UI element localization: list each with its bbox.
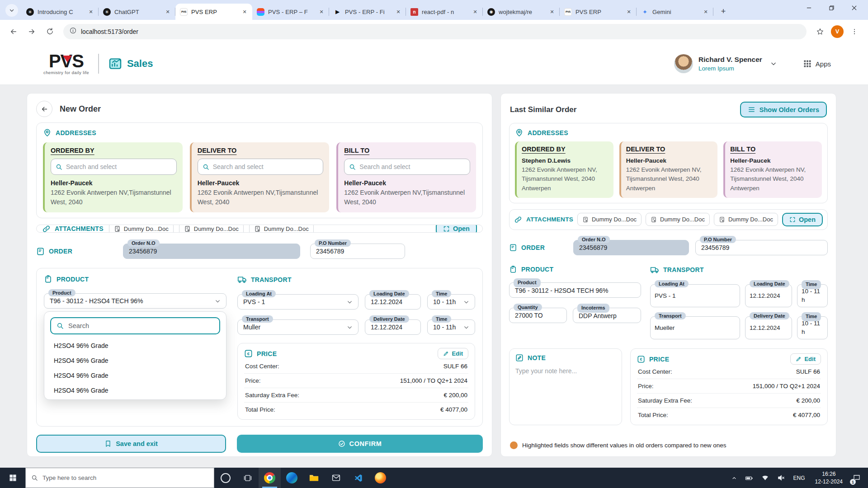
browser-tab[interactable]: wojtekmaj/re [483, 4, 560, 20]
loading-at-select[interactable]: Loading AtPVS - 1 [237, 294, 359, 310]
loading-date-field[interactable]: Loading Date12.12.2024 [365, 294, 421, 310]
browser-tab[interactable]: PVS - ERP - Fi [329, 4, 406, 20]
delivery-time-field[interactable]: Time10 - 11 h [797, 316, 828, 339]
task-view-button[interactable] [236, 468, 259, 488]
taskbar-search-input[interactable] [42, 474, 208, 481]
product-field[interactable]: Product T96 - 30112 - H2SO4 TECH 96% [509, 282, 641, 298]
volume-muted-icon[interactable] [773, 468, 789, 488]
tray-chevron-up-icon[interactable] [727, 468, 741, 488]
loading-at-field[interactable]: Loading AtPVS - 1 [650, 284, 740, 307]
tab-close-icon[interactable] [87, 8, 95, 16]
browser-tab[interactable]: PVS ERP [560, 4, 637, 20]
delivery-time-select[interactable]: Time10 - 11h [427, 319, 475, 335]
product-option[interactable]: H2SO4 96% Grade [50, 342, 220, 349]
transport-select[interactable]: TransportMuller [237, 319, 359, 335]
start-button[interactable] [0, 468, 25, 488]
user-link[interactable]: Lorem Ipsum [698, 65, 762, 72]
mail-button[interactable] [325, 468, 347, 488]
apps-button[interactable]: Apps [803, 59, 831, 68]
quantity-field[interactable]: Quantity27000 TO [509, 308, 567, 323]
browser-tab-active[interactable]: PVS ERP [175, 4, 252, 20]
search-input[interactable] [213, 163, 319, 170]
delivery-date-field[interactable]: Delivery Date12.12.2024 [365, 319, 421, 335]
save-and-exit-button[interactable]: Save and exit [36, 435, 226, 453]
po-number-field[interactable]: P.O Number 23456789 [695, 240, 828, 255]
product-option[interactable]: H2SO4 96% Grade [50, 357, 220, 364]
attachment-chip[interactable]: Dummy Do...Doc [179, 225, 244, 233]
open-attachments-button[interactable]: Open [782, 213, 823, 226]
order-number-field[interactable]: Order N.O 23456879 [573, 240, 689, 255]
vscode-button[interactable] [347, 468, 369, 488]
language-indicator[interactable]: ENG [789, 475, 810, 481]
attachment-chip[interactable]: Dummy Do...Doc [249, 225, 314, 233]
user-avatar[interactable] [674, 54, 693, 73]
edit-price-button[interactable]: Edit [790, 353, 821, 365]
tab-search-button[interactable] [5, 4, 18, 17]
address-search[interactable] [344, 159, 470, 175]
dropdown-search-input[interactable] [68, 322, 214, 329]
attachment-chip[interactable]: Dummy Do...Doc [714, 213, 778, 226]
note-input[interactable]: Type your note here... [515, 367, 616, 375]
url-bar[interactable]: localhost:5173/order [63, 24, 807, 39]
edit-price-button[interactable]: Edit [438, 348, 468, 359]
dropdown-search[interactable] [50, 317, 220, 334]
product-option[interactable]: H2SO4 96% Grade [50, 372, 220, 379]
delivery-date-field[interactable]: Delivery Date12.12.2024 [745, 316, 792, 339]
product-select[interactable]: Product T96 - 30112 - H2SO4 TECH 96% [44, 293, 226, 309]
browser-menu-icon[interactable] [847, 24, 862, 39]
search-input[interactable] [66, 163, 172, 170]
reload-icon[interactable] [42, 24, 57, 39]
po-number-field[interactable]: P.O Number 23456789 [310, 244, 405, 259]
close-icon[interactable] [843, 0, 865, 15]
browser-profile-avatar[interactable]: V [831, 25, 844, 38]
bookmark-star-icon[interactable] [813, 24, 827, 39]
edge-taskbar-button[interactable] [281, 468, 303, 488]
back-button[interactable] [36, 101, 52, 117]
attachment-chip[interactable]: Dummy Do...Doc [577, 213, 642, 226]
taskbar-clock[interactable]: 16:26 12-12-2024 [810, 470, 848, 485]
cortana-button[interactable] [214, 468, 236, 488]
tab-close-icon[interactable] [394, 8, 402, 16]
wifi-icon[interactable] [757, 468, 773, 488]
loading-date-field[interactable]: Loading Date12.12.2024 [745, 284, 792, 307]
attachment-chip[interactable]: Dummy Do...Doc [109, 225, 174, 233]
loading-time-field[interactable]: Time10 - 11 h [797, 284, 828, 307]
taskbar-search[interactable] [25, 468, 214, 488]
attachment-chip[interactable]: Dummy Do...Doc [646, 213, 710, 226]
tab-close-icon[interactable] [702, 8, 710, 16]
browser-tab[interactable]: ChatGPT [99, 4, 175, 20]
browser-tab[interactable]: PVS - ERP – F [252, 4, 329, 20]
browser-tab[interactable]: Introducing C [22, 4, 99, 20]
tab-close-icon[interactable] [164, 8, 172, 16]
search-input[interactable] [359, 163, 465, 170]
minimize-icon[interactable] [797, 0, 820, 15]
firefox-button[interactable] [369, 468, 392, 488]
user-chevron-down-icon[interactable] [768, 58, 779, 70]
action-center-button[interactable]: 1 [848, 468, 868, 488]
address-search[interactable] [198, 159, 324, 175]
tab-close-icon[interactable] [317, 8, 326, 16]
tab-close-icon[interactable] [241, 8, 249, 16]
new-tab-button[interactable] [717, 5, 730, 18]
tab-close-icon[interactable] [548, 8, 556, 16]
confirm-button[interactable]: CONFIRM [237, 435, 483, 453]
address-search[interactable] [51, 159, 177, 175]
file-explorer-button[interactable] [303, 468, 325, 488]
tab-close-icon[interactable] [471, 8, 479, 16]
url-text[interactable]: localhost:5173/order [81, 28, 138, 35]
transport-field[interactable]: TransportMueller [650, 316, 740, 339]
browser-tab[interactable]: react-pdf - n [406, 4, 483, 20]
show-older-orders-button[interactable]: Show Older Orders [740, 102, 827, 117]
browser-tab[interactable]: Gemini [637, 4, 713, 20]
tab-close-icon[interactable] [625, 8, 633, 16]
back-icon[interactable] [6, 24, 21, 39]
loading-time-select[interactable]: Time10 - 11h [427, 294, 475, 310]
open-attachments-button[interactable]: Open [436, 225, 477, 233]
incoterms-field[interactable]: IncotermsDDP Antwerp [573, 308, 641, 323]
chrome-taskbar-button[interactable] [259, 468, 281, 488]
order-number-field[interactable]: Order N.O 23456879 [123, 244, 300, 259]
restore-icon[interactable] [820, 0, 843, 15]
site-info-icon[interactable] [70, 27, 76, 36]
product-option[interactable]: H2SO4 96% Grade [50, 387, 220, 394]
forward-icon[interactable] [24, 24, 39, 39]
